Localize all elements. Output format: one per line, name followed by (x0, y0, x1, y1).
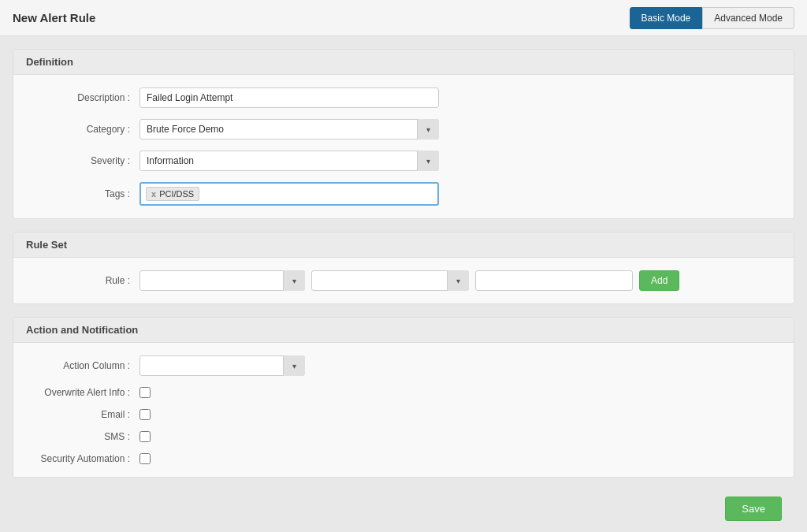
rule-select2[interactable] (311, 270, 469, 291)
description-label: Description : (29, 92, 139, 103)
category-select[interactable]: Brute Force Demo Authentication Network (139, 119, 439, 140)
security-automation-row: Security Automation : (29, 453, 778, 464)
description-input[interactable] (139, 87, 439, 108)
page-title: New Alert Rule (13, 11, 95, 24)
advanced-mode-button[interactable]: Advanced Mode (702, 7, 794, 29)
rule-set-section: Rule Set Rule : ▾ (13, 232, 794, 304)
tag-item: x PCI/DSS (146, 187, 199, 201)
severity-select-wrapper: Information Low Medium High Critical ▾ (139, 151, 439, 171)
security-automation-label: Security Automation : (29, 453, 139, 464)
rule-select1[interactable] (139, 270, 305, 291)
sms-row: SMS : (29, 431, 778, 442)
tags-row: Tags : x PCI/DSS (29, 182, 778, 206)
tags-input[interactable]: x PCI/DSS (139, 182, 439, 206)
action-column-row: Action Column : ▾ (29, 355, 778, 376)
action-column-label: Action Column : (29, 360, 139, 371)
action-notification-section: Action and Notification Action Column : … (13, 317, 794, 478)
action-notification-header: Action and Notification (13, 318, 794, 343)
save-button[interactable]: Save (725, 497, 782, 521)
rule-set-section-body: Rule : ▾ (13, 258, 794, 303)
rule-text-input[interactable] (475, 270, 633, 291)
rule-label: Rule : (29, 275, 139, 286)
page-header: New Alert Rule Basic Mode Advanced Mode (0, 0, 807, 36)
action-column-select[interactable] (139, 355, 305, 376)
tags-label: Tags : (29, 188, 139, 199)
sms-checkbox[interactable] (139, 431, 151, 442)
email-checkbox[interactable] (139, 409, 151, 420)
mode-buttons: Basic Mode Advanced Mode (630, 7, 794, 29)
rule-row: Rule : ▾ (29, 270, 778, 291)
email-label: Email : (29, 409, 139, 420)
tag-remove-icon[interactable]: x (151, 189, 156, 199)
rule-controls: ▾ ▾ Add (139, 270, 679, 291)
definition-section-body: Description : Category : Brute Force Dem… (13, 75, 794, 218)
overwrite-label: Overwrite Alert Info : (29, 387, 139, 398)
severity-select[interactable]: Information Low Medium High Critical (139, 151, 439, 171)
footer-area: Save (13, 490, 794, 532)
sms-label: SMS : (29, 431, 139, 442)
severity-row: Severity : Information Low Medium High C… (29, 151, 778, 171)
severity-label: Severity : (29, 155, 139, 166)
category-label: Category : (29, 124, 139, 135)
content-area: Definition Description : Category : Brut… (0, 36, 807, 532)
overwrite-checkbox[interactable] (139, 387, 151, 398)
overwrite-row: Overwrite Alert Info : (29, 387, 778, 398)
description-row: Description : (29, 87, 778, 108)
tag-value: PCI/DSS (159, 189, 194, 199)
page-wrapper: New Alert Rule Basic Mode Advanced Mode … (0, 0, 807, 532)
add-rule-button[interactable]: Add (639, 270, 679, 291)
rule-set-section-header: Rule Set (13, 233, 794, 258)
rule-select1-wrapper: ▾ (139, 270, 305, 291)
email-row: Email : (29, 409, 778, 420)
definition-section: Definition Description : Category : Brut… (13, 49, 794, 219)
category-row: Category : Brute Force Demo Authenticati… (29, 119, 778, 140)
action-column-select-wrapper: ▾ (139, 355, 305, 376)
rule-select2-wrapper: ▾ (311, 270, 469, 291)
action-notification-body: Action Column : ▾ Overwrite Alert Info : (13, 343, 794, 477)
security-automation-checkbox[interactable] (139, 453, 151, 464)
basic-mode-button[interactable]: Basic Mode (630, 7, 703, 29)
category-select-wrapper: Brute Force Demo Authentication Network … (139, 119, 439, 140)
definition-section-header: Definition (13, 50, 794, 75)
